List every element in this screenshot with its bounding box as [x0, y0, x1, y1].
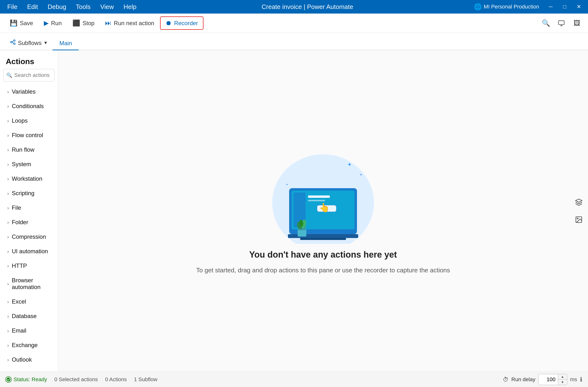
- svg-point-5: [14, 43, 15, 44]
- image-button[interactable]: 🖼: [570, 17, 583, 30]
- run-delay-input[interactable]: [539, 375, 558, 384]
- minimize-button[interactable]: ─: [545, 2, 557, 12]
- sidebar-item-excel[interactable]: › Excel: [1, 294, 56, 309]
- run-delay-increment[interactable]: ▲: [558, 374, 567, 380]
- sidebar-item-label: Variables: [12, 88, 36, 95]
- empty-state-title: You don't have any actions here yet: [249, 250, 397, 260]
- sidebar-item-label: Loops: [12, 117, 28, 124]
- sidebar-item-run-flow[interactable]: › Run flow: [1, 142, 56, 157]
- sidebar-item-database[interactable]: › Database: [1, 309, 56, 323]
- sidebar-item-label: Folder: [12, 219, 28, 226]
- sidebar-item-workstation[interactable]: › Workstation: [1, 172, 56, 186]
- status-text: Status: Ready: [14, 376, 47, 383]
- run-label: Run: [51, 20, 62, 27]
- chevron-icon: ›: [7, 205, 9, 211]
- canvas-side-panel: [570, 192, 588, 230]
- run-next-icon: ⏭: [105, 19, 111, 27]
- run-next-action-button[interactable]: ⏭ Run next action: [100, 17, 159, 29]
- chevron-icon: ›: [7, 281, 9, 287]
- user-icon: 🌐: [474, 3, 482, 11]
- chevron-icon: ›: [7, 328, 9, 333]
- sidebar-item-label: File: [12, 204, 21, 211]
- sidebar-item-label: Run flow: [12, 146, 34, 153]
- save-icon: 💾: [10, 19, 18, 27]
- sidebar-item-outlook[interactable]: › Outlook: [1, 352, 56, 367]
- sidebar-item-label: Workstation: [12, 175, 42, 182]
- run-delay-decrement[interactable]: ▼: [558, 380, 567, 385]
- stop-label: Stop: [83, 20, 94, 27]
- run-delay-clock-icon: ⏱: [503, 376, 508, 383]
- menu-view[interactable]: View: [96, 2, 118, 12]
- sidebar-item-exchange[interactable]: › Exchange: [1, 338, 56, 352]
- sidebar-item-ui-automation[interactable]: › UI automation: [1, 244, 56, 259]
- maximize-button[interactable]: □: [558, 2, 571, 12]
- svg-rect-17: [308, 195, 330, 198]
- main-content: Actions 🔍 › Variables › Conditionals › L…: [0, 50, 588, 371]
- sidebar-item-label: Exchange: [12, 342, 38, 348]
- sidebar-item-loops[interactable]: › Loops: [1, 114, 56, 128]
- run-delay-label: Run delay: [511, 376, 535, 383]
- run-button[interactable]: ▶ Run: [39, 17, 67, 29]
- actions-count: 0 Actions: [105, 376, 127, 383]
- search-toolbar-button[interactable]: 🔍: [540, 17, 552, 30]
- sidebar-item-label: Email: [12, 327, 26, 334]
- sidebar-item-label: Scripting: [12, 190, 34, 197]
- chevron-icon: ›: [7, 234, 9, 240]
- window-title: Create invoice | Power Automate: [141, 3, 474, 11]
- sidebar-item-label: Flow control: [12, 132, 43, 139]
- info-icon[interactable]: ℹ: [580, 376, 582, 383]
- sidebar-item-system[interactable]: › System: [1, 157, 56, 172]
- status-bar: Status: Ready 0 Selected actions 0 Actio…: [0, 371, 588, 387]
- sidebar-item-label: System: [12, 161, 31, 168]
- subflows-chevron-icon: ▼: [43, 40, 48, 45]
- recorder-button[interactable]: ⏺ Recorder: [160, 17, 203, 30]
- menu-tools[interactable]: Tools: [71, 2, 95, 12]
- image-side-button[interactable]: [571, 212, 586, 227]
- title-bar: File Edit Debug Tools View Help Create i…: [0, 0, 588, 14]
- sidebar-title: Actions: [0, 50, 58, 69]
- subflows-button[interactable]: Subflows ▼: [5, 36, 53, 50]
- save-button[interactable]: 💾 Save: [5, 17, 38, 29]
- sidebar-item-message-boxes[interactable]: › Message boxes: [1, 367, 56, 371]
- run-delay-ms-label: ms: [570, 376, 577, 383]
- chevron-icon: ›: [7, 263, 9, 269]
- chevron-icon: ›: [7, 176, 9, 182]
- close-button[interactable]: ✕: [572, 2, 585, 12]
- sidebar-item-label: Database: [12, 313, 37, 320]
- svg-point-4: [14, 40, 15, 41]
- tab-main[interactable]: Main: [53, 37, 79, 50]
- svg-rect-18: [308, 200, 325, 201]
- sidebar-item-compression[interactable]: › Compression: [1, 230, 56, 244]
- sidebar-item-conditionals[interactable]: › Conditionals: [1, 99, 56, 114]
- run-delay-input-wrap: ▲ ▼: [538, 374, 567, 385]
- layers-button[interactable]: [571, 195, 586, 210]
- menu-edit[interactable]: Edit: [23, 2, 42, 12]
- svg-text:✦: ✦: [286, 183, 288, 187]
- sidebar-list: › Variables › Conditionals › Loops › Flo…: [0, 84, 58, 371]
- sidebar-item-folder[interactable]: › Folder: [1, 215, 56, 230]
- variables-panel-button[interactable]: [555, 17, 568, 30]
- search-icon: 🔍: [6, 72, 12, 78]
- sidebar-item-scripting[interactable]: › Scripting: [1, 186, 56, 200]
- chevron-icon: ›: [7, 343, 9, 348]
- svg-marker-28: [576, 199, 582, 202]
- chevron-icon: ›: [7, 357, 9, 363]
- menu-help[interactable]: Help: [119, 2, 141, 12]
- toolbar-right: 🔍 🖼: [540, 17, 583, 30]
- window-controls: 🌐 MI Personal Production ─ □ ✕: [474, 2, 585, 12]
- search-container: 🔍: [3, 69, 55, 81]
- sidebar-item-browser-automation[interactable]: › Browser automation: [1, 273, 56, 294]
- chevron-icon: ›: [7, 118, 9, 124]
- sidebar-item-flow-control[interactable]: › Flow control: [1, 128, 56, 142]
- menu-debug[interactable]: Debug: [43, 2, 71, 12]
- sidebar-item-email[interactable]: › Email: [1, 323, 56, 338]
- sidebar-item-variables[interactable]: › Variables: [1, 84, 56, 99]
- sidebar-item-label: HTTP: [12, 262, 27, 269]
- chevron-icon: ›: [7, 249, 9, 254]
- menu-file[interactable]: File: [3, 2, 22, 12]
- svg-text:✦: ✦: [347, 162, 352, 168]
- sidebar-item-file[interactable]: › File: [1, 200, 56, 215]
- sidebar-item-http[interactable]: › HTTP: [1, 259, 56, 273]
- stop-button[interactable]: ⬛ Stop: [67, 17, 99, 29]
- tabs-bar: Subflows ▼ Main: [0, 33, 588, 50]
